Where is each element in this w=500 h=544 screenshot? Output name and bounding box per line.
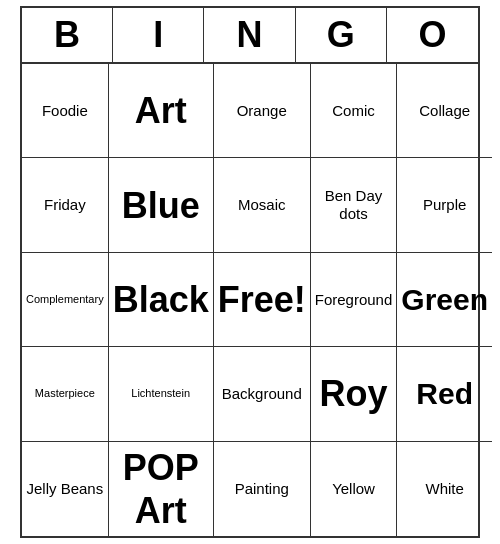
cell-text: Black (113, 278, 209, 321)
bingo-cell: Roy (311, 347, 398, 441)
bingo-cell: Friday (22, 158, 109, 252)
cell-text: Free! (218, 278, 306, 321)
bingo-cell: Painting (214, 442, 311, 536)
cell-text: Foodie (42, 102, 88, 120)
bingo-cell: Foreground (311, 253, 398, 347)
bingo-grid: FoodieArtOrangeComicCollageFridayBlueMos… (22, 64, 478, 536)
header-letter: N (204, 8, 295, 62)
bingo-card: BINGO FoodieArtOrangeComicCollageFridayB… (20, 6, 480, 538)
cell-text: Comic (332, 102, 375, 120)
cell-text: Complementary (26, 293, 104, 306)
bingo-cell: Collage (397, 64, 492, 158)
bingo-cell: Free! (214, 253, 311, 347)
cell-text: Red (416, 376, 473, 412)
bingo-cell: Jelly Beans (22, 442, 109, 536)
bingo-cell: Red (397, 347, 492, 441)
cell-text: Friday (44, 196, 86, 214)
cell-text: Ben Day dots (315, 187, 393, 223)
cell-text: POP Art (113, 446, 209, 532)
header-letter: O (387, 8, 478, 62)
bingo-cell: Yellow (311, 442, 398, 536)
cell-text: Blue (122, 184, 200, 227)
bingo-cell: Art (109, 64, 214, 158)
bingo-cell: Ben Day dots (311, 158, 398, 252)
bingo-cell: Orange (214, 64, 311, 158)
cell-text: Art (135, 89, 187, 132)
bingo-header: BINGO (22, 8, 478, 64)
bingo-cell: Complementary (22, 253, 109, 347)
cell-text: Mosaic (238, 196, 286, 214)
bingo-cell: Foodie (22, 64, 109, 158)
cell-text: Purple (423, 196, 466, 214)
bingo-cell: Comic (311, 64, 398, 158)
cell-text: White (426, 480, 464, 498)
cell-text: Foreground (315, 291, 393, 309)
bingo-cell: Green (397, 253, 492, 347)
cell-text: Lichtenstein (131, 387, 190, 400)
cell-text: Jelly Beans (26, 480, 103, 498)
cell-text: Masterpiece (35, 387, 95, 400)
header-letter: B (22, 8, 113, 62)
bingo-cell: Masterpiece (22, 347, 109, 441)
cell-text: Orange (237, 102, 287, 120)
bingo-cell: Purple (397, 158, 492, 252)
bingo-cell: Blue (109, 158, 214, 252)
header-letter: I (113, 8, 204, 62)
cell-text: Green (401, 282, 488, 318)
bingo-cell: Black (109, 253, 214, 347)
bingo-cell: Lichtenstein (109, 347, 214, 441)
bingo-cell: Mosaic (214, 158, 311, 252)
cell-text: Painting (235, 480, 289, 498)
bingo-cell: Background (214, 347, 311, 441)
cell-text: Collage (419, 102, 470, 120)
header-letter: G (296, 8, 387, 62)
cell-text: Background (222, 385, 302, 403)
cell-text: Yellow (332, 480, 375, 498)
cell-text: Roy (320, 372, 388, 415)
bingo-cell: POP Art (109, 442, 214, 536)
bingo-cell: White (397, 442, 492, 536)
